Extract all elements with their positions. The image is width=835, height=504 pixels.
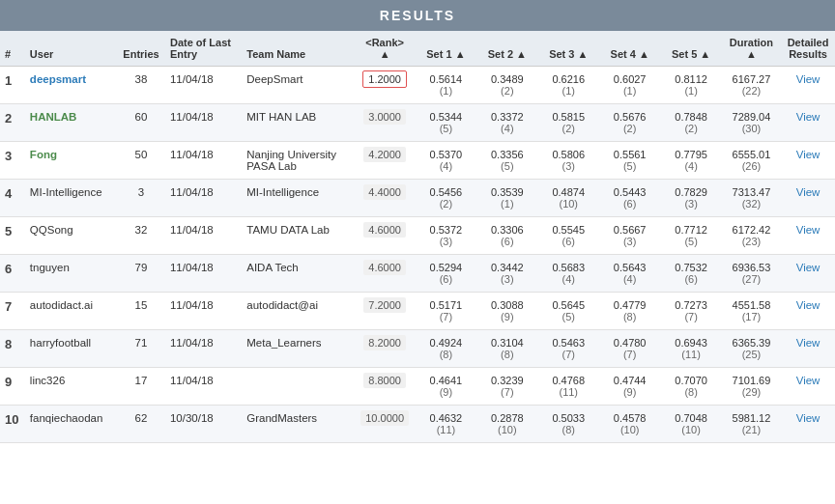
col-header-set4[interactable]: Set 4 ▲ xyxy=(599,31,660,67)
row-set4: 0.5676(2) xyxy=(599,104,660,142)
row-set4: 0.4744(9) xyxy=(599,368,660,406)
row-set1: 0.5344(5) xyxy=(416,104,476,142)
row-set1: 0.5294(6) xyxy=(416,255,476,293)
row-entries: 38 xyxy=(117,67,165,104)
row-set3: 0.6216(1) xyxy=(538,67,599,104)
row-user[interactable]: linc326 xyxy=(25,368,117,406)
row-rank-num: 4 xyxy=(0,180,25,217)
row-set4: 0.4779(8) xyxy=(599,293,660,330)
row-set1: 0.4641(9) xyxy=(416,368,476,406)
row-set1: 0.4632(11) xyxy=(416,406,476,443)
row-rankval: 4.6000 xyxy=(355,255,416,293)
row-rankval: 10.0000 xyxy=(355,406,416,443)
row-set4: 0.5561(5) xyxy=(599,142,660,180)
row-set5: 0.7048(10) xyxy=(660,406,721,443)
row-duration: 6167.27(22) xyxy=(722,67,781,104)
row-set2: 0.3372(4) xyxy=(476,104,537,142)
row-duration: 7101.69(29) xyxy=(722,368,781,406)
row-user[interactable]: HANLAB xyxy=(25,104,117,142)
col-header-set3[interactable]: Set 3 ▲ xyxy=(538,31,599,67)
row-rankval: 1.2000 xyxy=(355,67,416,104)
row-set3: 0.5463(7) xyxy=(538,330,599,368)
row-user[interactable]: deepsmart xyxy=(25,67,117,104)
row-date: 11/04/18 xyxy=(165,104,242,142)
row-set5: 0.6943(11) xyxy=(660,330,721,368)
row-rankval: 8.2000 xyxy=(355,330,416,368)
row-rankval: 8.8000 xyxy=(355,368,416,406)
row-user[interactable]: QQSong xyxy=(25,217,117,255)
row-view[interactable]: View xyxy=(781,217,835,255)
row-user[interactable]: MI-Intelligence xyxy=(25,180,117,217)
row-set2: 0.2878(10) xyxy=(476,406,537,443)
row-set3: 0.5545(6) xyxy=(538,217,599,255)
row-set4: 0.5443(6) xyxy=(599,180,660,217)
row-set4: 0.6027(1) xyxy=(599,67,660,104)
row-set1: 0.5456(2) xyxy=(416,180,476,217)
row-team: autodidact@ai xyxy=(242,293,354,330)
row-set3: 0.5645(5) xyxy=(538,293,599,330)
row-duration: 4551.58(17) xyxy=(722,293,781,330)
row-user[interactable]: harryfootball xyxy=(25,330,117,368)
col-header-duration[interactable]: Duration ▲ xyxy=(722,31,781,67)
row-set5: 0.7532(6) xyxy=(660,255,721,293)
row-set5: 0.7848(2) xyxy=(660,104,721,142)
table-row: 8 harryfootball 71 11/04/18 Meta_Learner… xyxy=(0,330,835,368)
row-entries: 79 xyxy=(117,255,165,293)
row-rank-num: 5 xyxy=(0,217,25,255)
row-user[interactable]: Fong xyxy=(25,142,117,180)
row-duration: 6172.42(23) xyxy=(722,217,781,255)
row-duration: 6936.53(27) xyxy=(722,255,781,293)
row-date: 11/04/18 xyxy=(165,255,242,293)
row-entries: 60 xyxy=(117,104,165,142)
table-row: 10 fanqiechaodan 62 10/30/18 GrandMaster… xyxy=(0,406,835,443)
table-row: 2 HANLAB 60 11/04/18 MIT HAN LAB 3.0000 … xyxy=(0,104,835,142)
row-duration: 7313.47(32) xyxy=(722,180,781,217)
table-row: 3 Fong 50 11/04/18 Nanjing University PA… xyxy=(0,142,835,180)
row-set2: 0.3442(3) xyxy=(476,255,537,293)
row-rank-num: 10 xyxy=(0,406,25,443)
row-user[interactable]: fanqiechaodan xyxy=(25,406,117,443)
row-view[interactable]: View xyxy=(781,180,835,217)
row-view[interactable]: View xyxy=(781,330,835,368)
row-set5: 0.7795(4) xyxy=(660,142,721,180)
row-set1: 0.5614(1) xyxy=(416,67,476,104)
row-date: 10/30/18 xyxy=(165,406,242,443)
row-view[interactable]: View xyxy=(781,406,835,443)
row-set5: 0.8112(1) xyxy=(660,67,721,104)
col-header-date: Date of Last Entry xyxy=(165,31,242,67)
row-view[interactable]: View xyxy=(781,255,835,293)
row-entries: 71 xyxy=(117,330,165,368)
row-duration: 6555.01(26) xyxy=(722,142,781,180)
row-date: 11/04/18 xyxy=(165,142,242,180)
row-set1: 0.5372(3) xyxy=(416,217,476,255)
row-rank-num: 8 xyxy=(0,330,25,368)
table-row: 5 QQSong 32 11/04/18 TAMU DATA Lab 4.600… xyxy=(0,217,835,255)
row-view[interactable]: View xyxy=(781,104,835,142)
row-user[interactable]: autodidact.ai xyxy=(25,293,117,330)
col-header-team: Team Name xyxy=(242,31,354,67)
col-header-set1[interactable]: Set 1 ▲ xyxy=(416,31,476,67)
row-duration: 5981.12(21) xyxy=(722,406,781,443)
table-row: 7 autodidact.ai 15 11/04/18 autodidact@a… xyxy=(0,293,835,330)
row-entries: 62 xyxy=(117,406,165,443)
row-view[interactable]: View xyxy=(781,142,835,180)
page-title: RESULTS xyxy=(380,8,455,23)
row-view[interactable]: View xyxy=(781,368,835,406)
row-user[interactable]: tnguyen xyxy=(25,255,117,293)
row-duration: 7289.04(30) xyxy=(722,104,781,142)
col-header-entries: Entries xyxy=(117,31,165,67)
col-header-set5[interactable]: Set 5 ▲ xyxy=(660,31,721,67)
col-header-set2[interactable]: Set 2 ▲ xyxy=(476,31,537,67)
row-set4: 0.5667(3) xyxy=(599,217,660,255)
row-view[interactable]: View xyxy=(781,67,835,104)
row-view[interactable]: View xyxy=(781,293,835,330)
row-date: 11/04/18 xyxy=(165,180,242,217)
row-rankval: 7.2000 xyxy=(355,293,416,330)
col-header-rank[interactable]: <Rank> ▲ xyxy=(355,31,416,67)
row-team xyxy=(242,368,354,406)
row-set2: 0.3306(6) xyxy=(476,217,537,255)
row-entries: 32 xyxy=(117,217,165,255)
row-set3: 0.4874(10) xyxy=(538,180,599,217)
row-rank-num: 6 xyxy=(0,255,25,293)
row-team: TAMU DATA Lab xyxy=(242,217,354,255)
